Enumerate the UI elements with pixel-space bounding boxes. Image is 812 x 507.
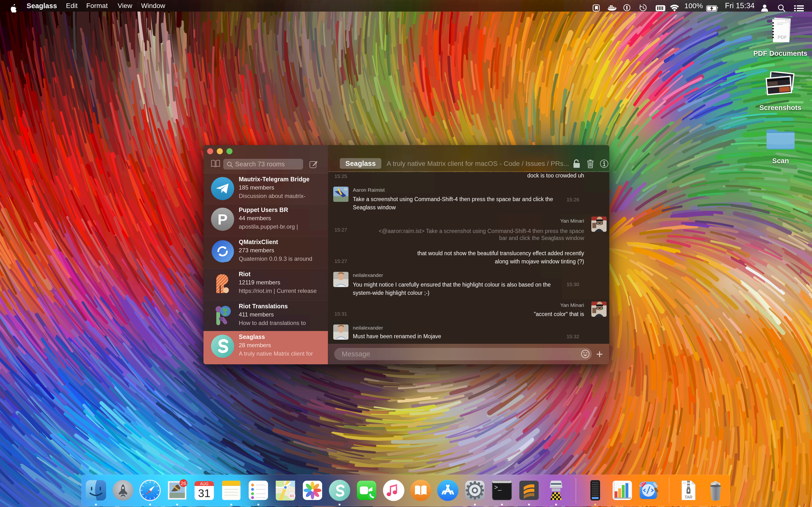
svg-text:AUG: AUG [200,482,209,486]
svg-text:>_: >_ [494,484,501,491]
svg-text:TAR: TAR [684,495,693,500]
svg-text:26: 26 [181,481,186,486]
svg-text:31: 31 [198,487,210,500]
svg-text:PDF: PDF [778,35,787,40]
svg-text:3D: 3D [289,494,294,498]
svg-text:P: P [217,211,227,228]
